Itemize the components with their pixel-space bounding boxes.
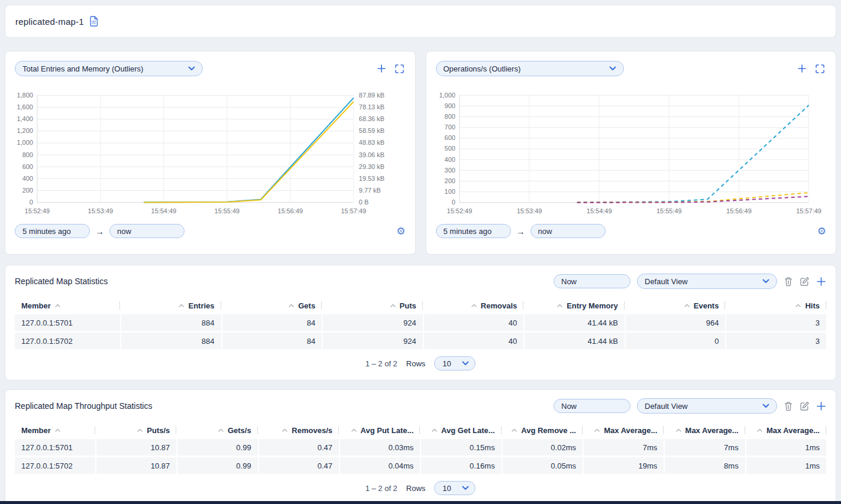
statistics-table: MemberEntriesGetsPutsRemovalsEntry Memor… (15, 298, 826, 349)
sort-icon (55, 304, 60, 307)
column-header-puts[interactable]: Puts (323, 298, 423, 313)
svg-text:600: 600 (444, 134, 455, 141)
metric-selector-value: Operations/s (Outliers) (444, 64, 521, 73)
table-title: Replicated Map Statistics (15, 277, 108, 286)
column-header-entry-memory[interactable]: Entry Memory (525, 298, 625, 313)
svg-text:1,000: 1,000 (439, 92, 455, 99)
cell: 0.99 (177, 439, 257, 456)
add-view-icon[interactable] (816, 277, 826, 287)
edit-view-icon[interactable] (800, 401, 810, 411)
svg-text:87.89 kB: 87.89 kB (359, 92, 384, 99)
sort-icon (684, 304, 690, 307)
series-line-yellow (577, 193, 808, 202)
sort-icon (676, 428, 681, 432)
svg-text:800: 800 (444, 113, 455, 120)
column-header-member[interactable]: Member (15, 298, 120, 313)
svg-text:15:56:49: 15:56:49 (726, 207, 752, 214)
page-size-value: 10 (442, 484, 451, 493)
column-header-entries[interactable]: Entries (121, 298, 221, 313)
svg-text:900: 900 (444, 102, 455, 109)
column-header-gets[interactable]: Gets (222, 298, 322, 313)
column-header-puts-s[interactable]: Puts/s (96, 422, 176, 438)
svg-text:400: 400 (444, 156, 455, 163)
column-header-member[interactable]: Member (15, 422, 95, 438)
add-view-icon[interactable] (816, 401, 826, 411)
column-header-removes-s[interactable]: Removes/s (259, 422, 339, 438)
settings-gear-icon[interactable]: ⚙ (817, 226, 826, 236)
time-to-input[interactable] (531, 224, 606, 238)
svg-text:15:55:49: 15:55:49 (215, 207, 240, 214)
expand-icon[interactable] (816, 64, 824, 73)
column-header-max-average[interactable]: Max Average... (584, 422, 664, 438)
arrow-right-icon: → (95, 226, 104, 236)
column-header-events[interactable]: Events (626, 298, 726, 313)
sort-icon (179, 304, 184, 307)
replicated-map-statistics-card: Replicated Map Statistics Default View (5, 265, 836, 381)
table-row[interactable]: 127.0.0.1:5701884849244041.44 kB9643 (15, 314, 826, 331)
page-size-selector[interactable]: 10 (434, 356, 476, 370)
document-icon[interactable] (89, 16, 98, 27)
svg-text:600: 600 (22, 163, 33, 170)
table-header-row: MemberEntriesGetsPutsRemovalsEntry Memor… (15, 298, 826, 313)
edit-view-icon[interactable] (800, 277, 810, 287)
cell: 964 (626, 314, 726, 331)
table-row[interactable]: 127.0.0.1:570210.870.990.470.04ms0.16ms0… (15, 457, 826, 474)
cell: 0.05ms (503, 457, 583, 474)
view-selector[interactable]: Default View (637, 398, 777, 414)
table-header-row: MemberPuts/sGets/sRemoves/sAvg Put Late.… (15, 422, 826, 438)
metric-selector[interactable]: Operations/s (Outliers) (436, 61, 624, 76)
column-header-max-average[interactable]: Max Average... (746, 422, 826, 438)
column-header-avg-remove[interactable]: Avg Remove ... (503, 422, 583, 438)
member-cell: 127.0.0.1:5701 (15, 439, 95, 456)
svg-text:15:57:49: 15:57:49 (796, 207, 821, 214)
cell: 924 (323, 333, 423, 349)
column-header-avg-get-late[interactable]: Avg Get Late... (421, 422, 501, 438)
table-body: 127.0.0.1:570110.870.990.470.03ms0.15ms0… (15, 439, 826, 474)
delete-view-icon[interactable] (784, 277, 793, 287)
sort-icon (512, 428, 517, 432)
cell: 0 (626, 333, 726, 349)
metric-selector[interactable]: Total Entries and Memory (Outliers) (15, 61, 203, 76)
table-row[interactable]: 127.0.0.1:570110.870.990.470.03ms0.15ms0… (15, 439, 826, 456)
sort-icon (471, 304, 477, 307)
cell: 19ms (584, 457, 664, 474)
cell: 40 (424, 333, 524, 349)
add-chart-icon[interactable] (377, 64, 386, 73)
time-filter-input[interactable] (554, 274, 630, 288)
chart-entries-memory: 00 B2009.77 kB40019.53 kB60029.30 kB8003… (15, 89, 406, 218)
cell: 0.03ms (340, 439, 420, 456)
time-filter-input[interactable] (554, 399, 630, 413)
column-header-hits[interactable]: Hits (726, 298, 826, 313)
column-header-gets-s[interactable]: Gets/s (177, 422, 257, 438)
chevron-down-icon (762, 404, 769, 408)
svg-text:15:52:49: 15:52:49 (25, 207, 50, 214)
expand-icon[interactable] (395, 64, 404, 73)
svg-text:78.13 kB: 78.13 kB (359, 103, 384, 110)
add-chart-icon[interactable] (797, 64, 807, 73)
settings-gear-icon[interactable]: ⚙ (396, 226, 405, 236)
cell: 10.87 (96, 439, 176, 456)
column-header-max-average[interactable]: Max Average... (665, 422, 745, 438)
time-to-input[interactable] (109, 224, 185, 238)
chart-panel-operations: Operations/s (Outliers) 0100200300400500… (426, 51, 837, 255)
cell: 884 (121, 314, 221, 331)
view-selector-value: Default View (645, 402, 688, 411)
column-header-avg-put-late[interactable]: Avg Put Late... (340, 422, 420, 438)
svg-text:9.77 kB: 9.77 kB (359, 187, 381, 194)
table-row[interactable]: 127.0.0.1:5702884849244041.44 kB03 (15, 333, 826, 349)
delete-view-icon[interactable] (784, 401, 793, 411)
svg-text:19.53 kB: 19.53 kB (359, 175, 384, 182)
chevron-down-icon (462, 361, 469, 366)
svg-text:15:52:49: 15:52:49 (447, 207, 472, 214)
sort-icon (55, 428, 60, 432)
sort-icon (390, 304, 396, 307)
svg-text:1,000: 1,000 (17, 139, 33, 146)
svg-text:15:53:49: 15:53:49 (88, 207, 114, 214)
column-header-removals[interactable]: Removals (424, 298, 524, 313)
cell: 0.02ms (503, 439, 583, 456)
time-from-input[interactable] (15, 224, 90, 238)
time-from-input[interactable] (436, 224, 511, 238)
page-size-selector[interactable]: 10 (434, 481, 476, 495)
svg-text:1,400: 1,400 (17, 115, 33, 122)
view-selector[interactable]: Default View (637, 274, 777, 289)
